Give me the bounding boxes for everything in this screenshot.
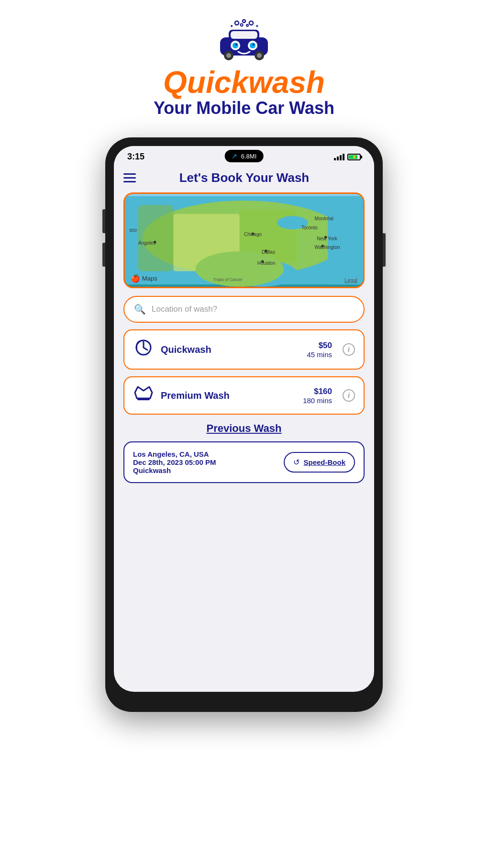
previous-wash-service: Quickwash bbox=[133, 466, 277, 474]
svg-text:Dallas: Dallas bbox=[262, 249, 275, 255]
app-logo-icon: ✦ ✦ bbox=[215, 19, 273, 62]
logo-area: ✦ ✦ Quickwash Your Mobile Car Wash bbox=[154, 19, 334, 118]
quickwash-price: $50 bbox=[307, 341, 332, 350]
map-legal-link[interactable]: Legal bbox=[344, 277, 357, 283]
status-bar: 3:15 ↗ 6.8MI ⚡ bbox=[114, 146, 374, 166]
svg-text:Montréal: Montréal bbox=[315, 216, 333, 222]
location-search-placeholder: Location of wash? bbox=[152, 304, 217, 314]
quickwash-duration: 45 mins bbox=[307, 350, 332, 359]
search-icon: 🔍 bbox=[134, 304, 146, 315]
svg-point-41 bbox=[321, 245, 324, 248]
status-time: 3:15 bbox=[127, 152, 144, 162]
volume-down-button bbox=[102, 243, 105, 267]
svg-point-4 bbox=[246, 24, 248, 26]
map-provider-label: 🍎 Maps bbox=[131, 274, 157, 283]
quickwash-service-name: Quickwash bbox=[161, 344, 300, 355]
app-content: Let's Book Your Wash bbox=[114, 166, 374, 497]
svg-point-2 bbox=[249, 21, 253, 25]
svg-point-42 bbox=[154, 241, 156, 244]
volume-up-button bbox=[102, 209, 105, 233]
svg-text:sco: sco bbox=[129, 227, 137, 233]
svg-point-1 bbox=[243, 20, 245, 23]
page-title: Let's Book Your Wash bbox=[143, 170, 365, 185]
quickwash-service-icon bbox=[133, 338, 154, 361]
distance-display: 6.8MI bbox=[241, 153, 257, 160]
premium-service-card[interactable]: Premium Wash $160 180 mins i bbox=[123, 376, 365, 415]
previous-wash-card: Los Angeles, CA, USA Dec 28th, 2023 05:0… bbox=[123, 441, 365, 483]
navigation-arrow-icon: ↗ bbox=[232, 152, 237, 160]
map-view[interactable]: Montréal Toronto Chicago New York Washin… bbox=[123, 192, 365, 288]
maps-text: Maps bbox=[142, 275, 157, 282]
quickwash-price-block: $50 45 mins bbox=[307, 341, 332, 359]
svg-point-19 bbox=[257, 53, 262, 58]
hamburger-icon bbox=[123, 173, 136, 175]
svg-rect-9 bbox=[231, 31, 257, 39]
premium-service-icon bbox=[133, 385, 154, 406]
power-button bbox=[383, 233, 386, 267]
premium-duration: 180 mins bbox=[303, 396, 332, 405]
svg-point-43 bbox=[265, 250, 267, 253]
premium-service-name: Premium Wash bbox=[161, 390, 296, 401]
svg-point-17 bbox=[226, 53, 231, 58]
svg-text:Toronto: Toronto bbox=[301, 225, 318, 230]
hamburger-menu-button[interactable] bbox=[123, 173, 136, 182]
svg-text:Tropic of Cancer: Tropic of Cancer bbox=[213, 277, 242, 282]
svg-point-40 bbox=[324, 236, 327, 239]
previous-wash-section-title: Previous Wash bbox=[123, 422, 365, 435]
svg-text:✦: ✦ bbox=[230, 23, 233, 29]
svg-point-0 bbox=[235, 21, 239, 25]
signal-bar-2 bbox=[337, 157, 339, 160]
hamburger-icon bbox=[123, 177, 136, 179]
svg-point-14 bbox=[235, 44, 237, 45]
signal-bar-1 bbox=[334, 158, 336, 160]
svg-text:✦: ✦ bbox=[255, 23, 259, 29]
premium-info-button[interactable]: i bbox=[343, 389, 355, 402]
quickwash-info-button[interactable]: i bbox=[343, 343, 355, 356]
previous-wash-info: Los Angeles, CA, USA Dec 28th, 2023 05:0… bbox=[133, 450, 277, 474]
premium-price-block: $160 180 mins bbox=[303, 387, 332, 405]
signal-icon bbox=[334, 154, 344, 160]
location-search-field[interactable]: 🔍 Location of wash? bbox=[123, 296, 365, 323]
svg-point-12 bbox=[233, 43, 238, 48]
signal-bar-3 bbox=[340, 155, 342, 160]
status-right-icons: ⚡ bbox=[334, 154, 361, 160]
speed-book-label: Speed-Book bbox=[303, 458, 345, 466]
quickwash-service-card[interactable]: Quickwash $50 45 mins i bbox=[123, 329, 365, 370]
status-center-capsule: ↗ 6.8MI bbox=[225, 150, 264, 162]
header-row: Let's Book Your Wash bbox=[123, 166, 365, 192]
app-title: Quickwash bbox=[163, 67, 325, 98]
phone-screen: 3:15 ↗ 6.8MI ⚡ bbox=[114, 146, 374, 692]
svg-text:Houston: Houston bbox=[257, 260, 276, 266]
svg-text:Washington: Washington bbox=[315, 245, 340, 250]
svg-text:Angeles: Angeles bbox=[138, 240, 156, 246]
premium-price: $160 bbox=[303, 387, 332, 396]
signal-bar-4 bbox=[343, 154, 344, 160]
speed-book-button[interactable]: ↺ Speed-Book bbox=[284, 452, 355, 473]
app-subtitle: Your Mobile Car Wash bbox=[154, 98, 334, 118]
svg-point-39 bbox=[252, 233, 255, 236]
previous-wash-location: Los Angeles, CA, USA bbox=[133, 450, 277, 458]
battery-icon: ⚡ bbox=[347, 154, 361, 160]
speed-book-icon: ↺ bbox=[293, 458, 299, 467]
hamburger-icon bbox=[123, 181, 136, 182]
svg-point-15 bbox=[253, 44, 255, 45]
svg-text:New York: New York bbox=[317, 236, 338, 241]
phone-frame: 3:15 ↗ 6.8MI ⚡ bbox=[105, 137, 383, 712]
svg-point-13 bbox=[250, 43, 255, 48]
svg-point-3 bbox=[240, 24, 243, 26]
svg-rect-22 bbox=[138, 205, 174, 271]
map-svg: Montréal Toronto Chicago New York Washin… bbox=[125, 194, 363, 287]
previous-wash-date: Dec 28th, 2023 05:00 PM bbox=[133, 458, 277, 466]
svg-point-44 bbox=[261, 260, 264, 263]
